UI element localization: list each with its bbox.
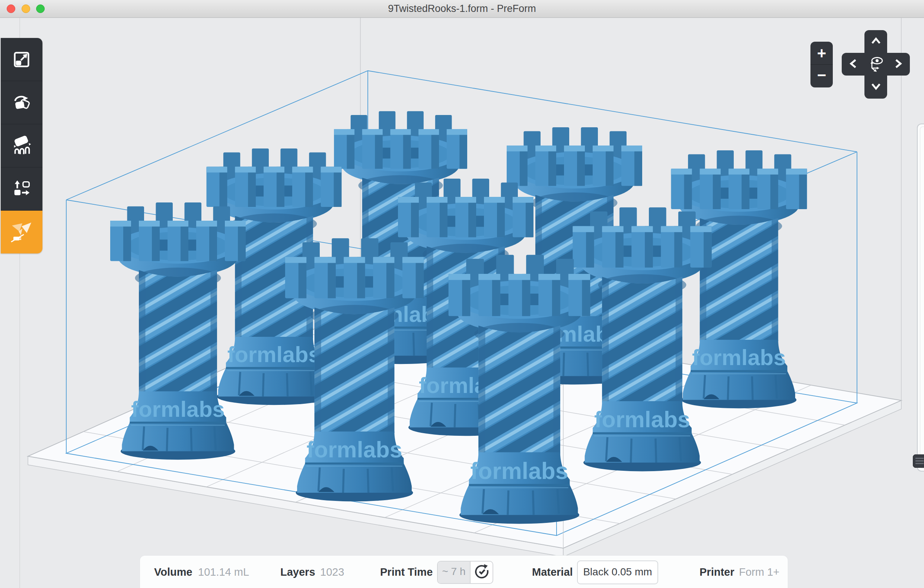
layer-slider-groove	[920, 127, 924, 469]
layers-value: 1023	[320, 566, 344, 578]
clock-refresh-icon	[474, 563, 490, 581]
3d-viewport[interactable]: formlabs	[0, 18, 924, 588]
status-bar: Volume 101.14 mL Layers 1023 Print Time …	[140, 555, 788, 588]
layout-icon	[11, 178, 32, 200]
zoom-out-button[interactable]: −	[810, 64, 833, 87]
material-select[interactable]: Black 0.05 mm	[577, 560, 658, 584]
pan-right-button[interactable]	[887, 53, 910, 76]
printer-label: Printer	[700, 566, 734, 578]
chevron-right-icon	[894, 58, 903, 71]
print-time-control[interactable]: ~ 7 h	[437, 561, 493, 584]
print-tool[interactable]	[1, 211, 43, 254]
window-title: 9TwistedRooks-1.form - PreForm	[0, 0, 924, 18]
pan-left-button[interactable]	[842, 53, 865, 76]
recalculate-time-button[interactable]	[470, 562, 493, 583]
chevron-left-icon	[849, 58, 857, 71]
build-scene-canvas[interactable]: formlabs	[0, 0, 924, 588]
rotate-icon	[11, 92, 32, 114]
preform-window: formlabs 9TwistedRooks-1.form - PreForm	[0, 0, 924, 588]
print-time-label: Print Time	[380, 566, 432, 578]
scale-icon	[11, 49, 32, 70]
chevron-down-icon	[870, 82, 881, 92]
pan-down-button[interactable]	[865, 76, 887, 99]
layer-slider-track[interactable]	[917, 124, 924, 471]
supports-icon	[11, 135, 32, 156]
print-time-value: ~ 7 h	[438, 562, 470, 583]
chevron-up-icon	[870, 37, 881, 46]
zoom-in-button[interactable]: +	[810, 42, 833, 64]
grip-lines-icon	[916, 458, 924, 459]
layout-tool[interactable]	[1, 168, 43, 211]
pan-up-button[interactable]	[865, 30, 887, 53]
tool-sidebar	[1, 38, 43, 254]
layer-slider-handle[interactable]	[913, 455, 924, 468]
formlabs-print-icon	[10, 220, 33, 244]
zoom-control: + −	[810, 42, 833, 87]
supports-tool[interactable]	[1, 124, 43, 168]
home-view-button[interactable]	[865, 53, 887, 76]
eye-view-icon	[868, 56, 884, 73]
material-label: Material	[532, 566, 573, 578]
layers-label: Layers	[280, 566, 315, 578]
size-scale-tool[interactable]	[1, 38, 43, 81]
orientation-tool[interactable]	[1, 81, 43, 124]
volume-label: Volume	[154, 566, 193, 578]
volume-value: 101.14 mL	[198, 566, 249, 578]
printer-value: Form 1+	[739, 566, 780, 578]
titlebar[interactable]: 9TwistedRooks-1.form - PreForm	[0, 0, 924, 18]
